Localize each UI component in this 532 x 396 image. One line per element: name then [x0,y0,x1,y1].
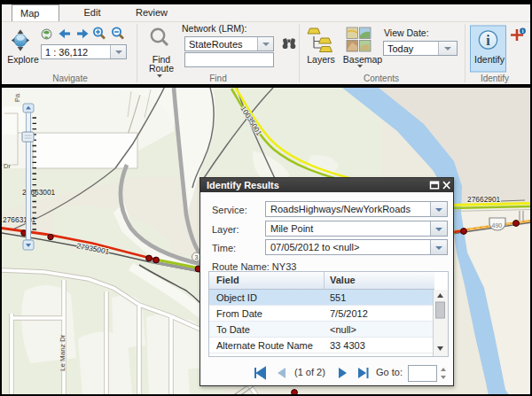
svg-text:3: 3 [195,254,199,260]
svg-text:490: 490 [492,222,503,229]
svg-text:27662901: 27662901 [467,195,501,204]
svg-text:i: i [486,33,490,48]
svg-text:Le Manz Dr: Le Manz Dr [59,334,66,371]
svg-text:Pa: Pa [13,93,21,102]
svg-text:Dr: Dr [4,162,11,170]
